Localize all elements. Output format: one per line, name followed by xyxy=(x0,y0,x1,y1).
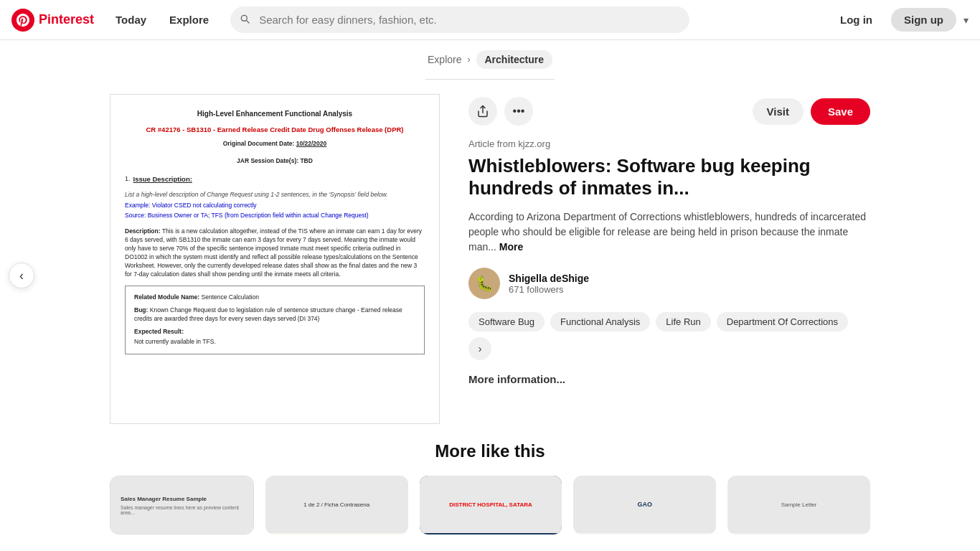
tag-software-bug[interactable]: Software Bug xyxy=(468,312,545,331)
pinterest-wordmark: Pinterest xyxy=(39,12,94,27)
header: Pinterest Today Explore Log in Sign up ▾ xyxy=(0,0,980,40)
doc-module-label: Related Module Name: xyxy=(134,293,199,301)
login-button[interactable]: Log in xyxy=(829,8,884,32)
author-info: Shigella deShige 671 followers xyxy=(509,273,589,295)
more-card-5-content: Sample Letter xyxy=(727,476,870,533)
author-avatar-emoji: 🐛 xyxy=(476,275,494,292)
doc-source: Source: Business Owner or TA; TFS (from … xyxy=(125,212,425,220)
pinterest-icon xyxy=(11,9,34,32)
doc-expected-label: Expected Result: xyxy=(134,328,415,336)
more-card-4[interactable]: GAO xyxy=(573,476,716,534)
breadcrumb-arrow-icon: › xyxy=(468,55,471,65)
doc-module-row: Related Module Name: Sentence Calculatio… xyxy=(134,293,415,302)
article-panel: ••• Visit Save Article from kjzz.org Whi… xyxy=(468,94,870,424)
tag-functional-analysis[interactable]: Functional Analysis xyxy=(550,312,650,331)
breadcrumb: Explore › Architecture xyxy=(0,40,980,79)
divider xyxy=(425,79,555,80)
article-excerpt: According to Arizona Department of Corre… xyxy=(468,209,870,255)
doc-title: High-Level Enhancement Functional Analys… xyxy=(125,109,425,119)
document-preview: High-Level Enhancement Functional Analys… xyxy=(110,94,440,424)
more-info-link[interactable]: More information... xyxy=(468,373,870,385)
doc-box: Related Module Name: Sentence Calculatio… xyxy=(125,286,425,354)
more-options-icon: ••• xyxy=(513,105,525,118)
article-excerpt-text: According to Arizona Department of Corre… xyxy=(468,211,866,253)
more-card-2-content: 1 de 2 / Ficha Contrasena xyxy=(265,476,408,533)
more-card-4-content: GAO xyxy=(573,476,716,533)
article-more-link[interactable]: More xyxy=(499,241,523,253)
pinterest-logo[interactable]: Pinterest xyxy=(11,9,94,32)
main-container: High-Level Enhancement Functional Analys… xyxy=(95,94,885,424)
more-card-2[interactable]: 1 de 2 / Ficha Contrasena xyxy=(265,476,408,534)
visit-button[interactable]: Visit xyxy=(753,98,804,125)
doc-bug-row: Bug: Known Change Request due to legisla… xyxy=(134,306,415,324)
doc-date-label: Original Document Date: xyxy=(223,140,295,147)
back-arrow-button[interactable]: ‹ xyxy=(9,263,34,288)
article-actions: ••• Visit Save xyxy=(468,97,870,126)
doc-section-1: 1. Issue Description: List a high-level … xyxy=(125,174,425,220)
tags-row: Software Bug Functional Analysis Life Ru… xyxy=(468,312,870,360)
doc-expected-value: Not currently available in TFS. xyxy=(134,338,415,347)
doc-desc-label: Description: xyxy=(125,227,161,235)
breadcrumb-explore[interactable]: Explore xyxy=(428,54,461,65)
nav-today[interactable]: Today xyxy=(105,8,156,32)
search-input[interactable] xyxy=(230,6,689,33)
doc-jar-value: TBD xyxy=(300,157,312,164)
header-actions: Log in Sign up ▾ xyxy=(829,8,969,32)
doc-bug-label: Bug: xyxy=(134,306,148,314)
card5-title: Sample Letter xyxy=(781,501,817,508)
author-name[interactable]: Shigella deShige xyxy=(509,273,589,284)
more-like-this-grid: Sales Manager Resume Sample Sales manage… xyxy=(110,476,870,534)
card1-title: Sales Manager Resume Sample xyxy=(121,496,243,502)
author-avatar: 🐛 xyxy=(468,268,500,299)
signup-button[interactable]: Sign up xyxy=(891,8,956,32)
nav-explore[interactable]: Explore xyxy=(159,8,219,32)
tag-dept-corrections[interactable]: Department Of Corrections xyxy=(717,312,848,331)
doc-issue-title: Issue Description: xyxy=(133,174,192,184)
article-title: Whistleblowers: Software bug keeping hun… xyxy=(468,155,870,199)
share-button[interactable] xyxy=(468,97,497,126)
breadcrumb-category[interactable]: Architecture xyxy=(476,50,552,69)
more-card-5[interactable]: Sample Letter xyxy=(727,476,870,534)
search-icon xyxy=(239,13,250,27)
doc-cr-line: CR #42176 - SB1310 - Earned Release Cred… xyxy=(125,125,425,134)
doc-example: Example: Violator CSED not calculating c… xyxy=(125,202,425,210)
doc-section-italic: List a high-level description of Change … xyxy=(125,191,425,199)
author-followers: 671 followers xyxy=(509,284,589,295)
article-source: Article from kjzz.org xyxy=(468,138,870,149)
doc-section-number: 1. xyxy=(125,174,131,187)
tag-life-run[interactable]: Life Run xyxy=(656,312,710,331)
more-card-1-content: Sales Manager Resume Sample Sales manage… xyxy=(110,476,253,534)
doc-bug-value: Known Change Request due to legislation … xyxy=(134,306,402,322)
header-search xyxy=(230,6,689,33)
more-card-3-content: DISTRICT HOSPITAL, SATARA xyxy=(420,476,562,533)
more-like-this-title: More like this xyxy=(110,441,870,461)
chevron-down-icon[interactable]: ▾ xyxy=(963,14,969,26)
doc-jar-label: JAR Session Date(s): xyxy=(237,157,298,164)
doc-jar: JAR Session Date(s): TBD xyxy=(125,157,425,166)
save-button[interactable]: Save xyxy=(811,98,870,125)
doc-original-date: Original Document Date: 10/22/2020 xyxy=(125,140,425,149)
doc-desc-text: This is a new calculation altogether, in… xyxy=(125,227,422,277)
more-card-1[interactable]: Sales Manager Resume Sample Sales manage… xyxy=(110,476,254,534)
tags-more-arrow[interactable]: › xyxy=(468,337,491,360)
card4-title: GAO xyxy=(638,501,653,508)
doc-module-value: Sentence Calculation xyxy=(202,293,259,301)
doc-date-value: 10/22/2020 xyxy=(296,140,327,147)
card3-title: DISTRICT HOSPITAL, SATARA xyxy=(449,501,532,508)
more-like-this-section: More like this Sales Manager Resume Samp… xyxy=(95,424,885,534)
doc-description: Description: This is a new calculation a… xyxy=(125,227,425,278)
author-row: 🐛 Shigella deShige 671 followers xyxy=(468,268,870,299)
more-options-button[interactable]: ••• xyxy=(504,97,533,126)
card2-title: 1 de 2 / Ficha Contrasena xyxy=(303,501,369,508)
more-card-3[interactable]: DISTRICT HOSPITAL, SATARA xyxy=(420,476,562,534)
header-nav: Today Explore xyxy=(105,8,219,32)
